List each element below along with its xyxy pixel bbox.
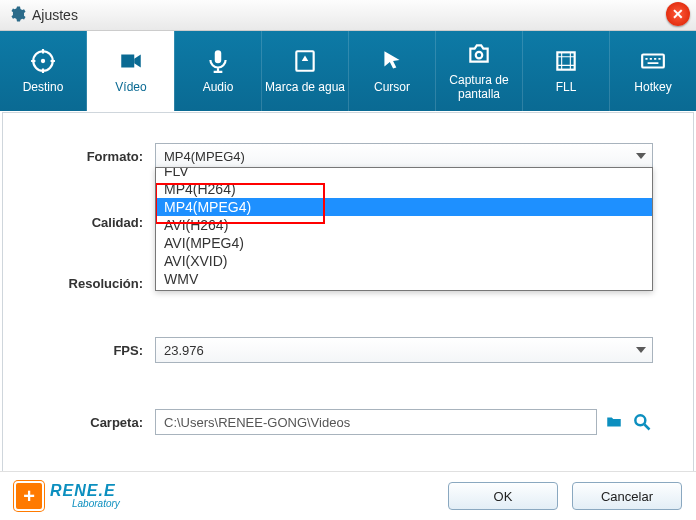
target-icon <box>28 48 58 77</box>
folder-icon <box>604 413 624 431</box>
tab-audio[interactable]: Audio <box>174 31 261 111</box>
cancel-button[interactable]: Cancelar <box>572 482 682 510</box>
chevron-down-icon <box>636 153 646 159</box>
search-icon <box>632 412 652 432</box>
svg-point-1 <box>41 59 45 63</box>
option-wmv[interactable]: WMV <box>156 270 652 288</box>
carpeta-input[interactable]: C:\Users\RENEE-GONG\Videos <box>155 409 597 435</box>
tab-fll[interactable]: FLL <box>522 31 609 111</box>
option-mp4-h264[interactable]: MP4(H264) <box>156 180 652 198</box>
logo-sub: Laboratory <box>72 499 120 509</box>
label-resolucion: Resolución: <box>43 276 155 291</box>
formato-dropdown: FLV MP4(H264) MP4(MPEG4) AVI(H264) AVI(M… <box>155 167 653 291</box>
svg-rect-2 <box>215 50 222 63</box>
cursor-icon <box>377 48 407 77</box>
tab-bar: Destino Vídeo Audio Marca de agua Cursor… <box>0 31 696 111</box>
option-avi-xvid[interactable]: AVI(XVID) <box>156 252 652 270</box>
window-title: Ajustes <box>32 7 78 23</box>
tab-video[interactable]: Vídeo <box>87 31 174 111</box>
footer: + RENE.E Laboratory OK Cancelar <box>0 471 696 520</box>
close-button[interactable]: ✕ <box>666 2 690 26</box>
option-flv[interactable]: FLV <box>156 167 652 180</box>
svg-point-4 <box>476 52 483 59</box>
logo-badge-icon: + <box>14 481 44 511</box>
titlebar: Ajustes ✕ <box>0 0 696 31</box>
row-fps: FPS: 23.976 <box>43 337 653 363</box>
carpeta-value: C:\Users\RENEE-GONG\Videos <box>164 415 350 430</box>
label-formato: Formato: <box>43 149 155 164</box>
row-carpeta: Carpeta: C:\Users\RENEE-GONG\Videos <box>43 409 653 435</box>
video-icon <box>116 48 146 77</box>
fps-value: 23.976 <box>164 343 204 358</box>
gear-icon <box>8 5 26 26</box>
svg-rect-5 <box>557 52 574 69</box>
option-avi-h264[interactable]: AVI(H264) <box>156 216 652 234</box>
option-avi-mpeg4[interactable]: AVI(MPEG4) <box>156 234 652 252</box>
search-folder-button[interactable] <box>631 411 653 433</box>
settings-window: Ajustes ✕ Destino Vídeo Audio Marca de a… <box>0 0 696 520</box>
logo-main: RENE.E <box>50 483 120 499</box>
label-carpeta: Carpeta: <box>43 415 155 430</box>
svg-point-7 <box>635 415 645 425</box>
mic-icon <box>203 48 233 77</box>
label-fps: FPS: <box>43 343 155 358</box>
film-icon <box>551 48 581 77</box>
close-icon: ✕ <box>672 6 684 22</box>
chevron-down-icon <box>636 347 646 353</box>
row-formato: Formato: MP4(MPEG4) FLV MP4(H264) MP4(MP… <box>43 143 653 169</box>
camera-icon <box>464 41 494 70</box>
logo: + RENE.E Laboratory <box>14 481 120 511</box>
browse-folder-button[interactable] <box>603 411 625 433</box>
ok-button[interactable]: OK <box>448 482 558 510</box>
formato-combo[interactable]: MP4(MPEG4) <box>155 143 653 169</box>
svg-rect-6 <box>642 54 664 67</box>
tab-captura[interactable]: Captura de pantalla <box>435 31 522 111</box>
tab-marca[interactable]: Marca de agua <box>261 31 348 111</box>
fps-combo[interactable]: 23.976 <box>155 337 653 363</box>
option-mp4-mpeg4[interactable]: MP4(MPEG4) <box>156 198 652 216</box>
settings-body: Formato: MP4(MPEG4) FLV MP4(H264) MP4(MP… <box>2 112 694 472</box>
tab-destino[interactable]: Destino <box>0 31 87 111</box>
label-calidad: Calidad: <box>43 215 155 230</box>
tab-cursor[interactable]: Cursor <box>348 31 435 111</box>
tab-hotkey[interactable]: Hotkey <box>609 31 696 111</box>
keyboard-icon <box>638 48 668 77</box>
formato-value: MP4(MPEG4) <box>164 149 245 164</box>
watermark-icon <box>290 48 320 77</box>
